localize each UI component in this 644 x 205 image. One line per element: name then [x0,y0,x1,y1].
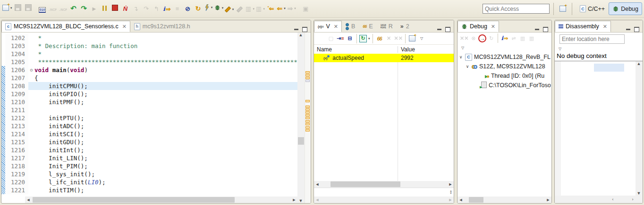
debug-tree-item[interactable]: ∨S12Z, MC9S12ZVML128 [458,62,551,71]
close-icon[interactable]: ✕ [491,24,495,30]
instruction-stepping-button[interactable]: i⇒ [500,33,508,43]
fold-collapse-icon[interactable]: ⊖ [28,66,34,74]
refresh-target-button[interactable]: ↻ [194,3,203,14]
code-line[interactable]: 1209 initGPIO(); [1,90,297,98]
occurrence-marker[interactable] [305,108,310,111]
debug-tree-item[interactable]: ∨CMC9S12ZVML128_RevB_FL [458,52,551,62]
variables-tab-e[interactable]: 66E [359,21,376,32]
code-line[interactable]: 1216 initInt(); [1,146,297,154]
open-new-view-button[interactable] [408,34,416,43]
occurrence-marker[interactable] [305,77,310,79]
editor-tab-c-file[interactable]: c MC9S12ZVML128_BLDC_Sensorless.c ✕ [1,21,130,32]
code-line[interactable]: 1202 * [1,34,297,42]
minimize-icon[interactable] [294,29,298,30]
refresh-variables-button[interactable]: ↻▾ [359,34,370,43]
variables-tab-b[interactable]: B [342,21,359,32]
chevron-down-icon[interactable]: ∨ [465,64,470,69]
new-wizard-button[interactable]: ▾ [2,2,12,13]
instruction-stepping-button[interactable]: i⇒ [162,4,172,15]
scroll-right-icon[interactable]: ► [447,182,454,187]
disassembly-vscrollbar[interactable]: ▲ ▼ [636,61,643,196]
scroll-up-icon[interactable]: ▲ [297,33,304,37]
code-line[interactable]: 1204 * [1,50,297,58]
editor-vscrollbar[interactable]: ▲ ▼ [297,33,305,203]
view-menu-icon[interactable]: ▽ [559,47,561,51]
scroll-left-icon[interactable]: ◄ [458,197,464,202]
open-perspective-button[interactable] [558,3,568,14]
variable-row[interactable]: (x)actualSpeed2992 [314,54,454,62]
column-header-name[interactable]: Name [314,46,398,53]
debug-launch-button[interactable]: ▾ [214,2,224,13]
code-line[interactable]: 1219 l_sys_init(); [1,170,297,178]
maximize-icon[interactable] [302,27,307,32]
disassembly-hscrollbar[interactable]: ‹ › [555,196,643,203]
chevron-down-icon[interactable]: ∨ [458,55,463,59]
binary-010-button[interactable]: 010 [38,5,47,16]
back-button[interactable]: ⇐▾ [277,3,286,14]
minimize-icon[interactable] [437,29,441,30]
maximize-icon[interactable] [543,27,548,32]
suspend-button[interactable] [100,3,110,14]
editor-tab-h-file[interactable]: h mc9s12zvml128.h [130,21,194,32]
scroll-left-icon[interactable]: ‹ [610,197,616,202]
variables-tab-2[interactable]: »2 [397,21,413,32]
debug-tree-item[interactable]: C:\TOSOK\Lin_ForToso [458,81,551,90]
flash-programmer-button[interactable]: ▾ [204,2,213,13]
code-line[interactable]: 1214 initSCI(); [1,130,297,138]
scroll-right-icon[interactable]: ► [291,197,297,202]
code-line[interactable]: 1207{ [1,74,297,82]
code-line[interactable]: 1205 ***********************************… [1,58,297,66]
debug-tree-item[interactable]: ▶Thread [ID: 0x0] (Ru [458,71,551,81]
scroll-up-icon[interactable]: ▲ [636,61,642,66]
redo-button[interactable]: ↷ [79,3,89,14]
variables-hscrollbar[interactable]: ◄ ► [314,181,454,188]
code-line[interactable]: 1212 initPTU(); [1,114,297,122]
occurrence-marker[interactable] [305,71,310,74]
column-header-value[interactable]: Value [398,46,454,53]
editor-hscrollbar[interactable]: ◄ ► [25,197,297,203]
scroll-down-icon[interactable]: ▼ [636,191,642,196]
scroll-right-icon[interactable]: › [629,197,636,202]
code-line[interactable]: 1210 initPMF(); [1,98,297,106]
occurrence-marker[interactable] [305,117,310,119]
collapse-all-button[interactable]: ⊟ [346,34,354,43]
occurrence-marker[interactable] [305,120,310,123]
code-line[interactable]: 1220 l_ifc_init(LI0); [1,178,297,186]
close-icon[interactable]: ✕ [603,24,607,30]
disassembly-tab[interactable]: Disassembly ✕ [555,21,611,32]
no-source-lookup-button[interactable]: ⊘ [183,3,193,14]
occurrence-marker[interactable] [305,106,310,108]
code-line[interactable]: 1215 initGDU(); [1,138,297,146]
last-edit-location-button[interactable]: *⇐ [266,3,276,14]
quick-access-input[interactable] [483,4,550,14]
code-line[interactable]: 1206⊖void main(void) [1,66,297,74]
close-icon[interactable]: ✕ [334,24,338,30]
code-line[interactable]: 1211 [1,106,297,114]
connect-target-button[interactable]: → [478,33,486,43]
occurrence-marker[interactable] [305,126,310,129]
variables-tab-v[interactable]: (x)=V✕ [314,21,342,32]
code-area[interactable]: 1202 *1203 * Description: main function1… [1,33,297,197]
occurrence-marker[interactable] [305,111,310,114]
minimize-icon[interactable] [626,29,630,30]
watch-expression-button[interactable]: 66 [375,34,384,43]
code-line[interactable]: 1213 initADC(); [1,122,297,130]
code-line[interactable]: 1203 * Description: main function [1,42,297,50]
reset-target-button[interactable]: Ṅ [121,3,130,14]
occurrence-marker[interactable] [305,114,310,116]
occurrence-marker[interactable] [305,100,310,102]
perspective-debug[interactable]: Debug [609,2,642,15]
run-launch-button[interactable]: ▾ [225,4,234,15]
variables-detail-pane[interactable]: ▲▼ [314,188,454,197]
overview-ruler[interactable] [305,33,311,203]
scroll-left-icon[interactable]: ◄ [25,197,32,202]
view-menu-icon[interactable]: ▽ [461,46,464,50]
scroll-right-icon[interactable]: ► [545,197,551,202]
close-icon[interactable]: ✕ [122,24,127,30]
debug-hscrollbar[interactable]: ◄ ► [458,197,551,203]
expander-icon[interactable]: ▲▼ [449,190,452,195]
code-line[interactable]: 1221 initTIM(); [1,186,297,194]
occurrence-marker[interactable] [305,123,310,125]
undo-button[interactable]: ↶ [69,3,78,14]
occurrence-marker[interactable] [305,74,310,76]
